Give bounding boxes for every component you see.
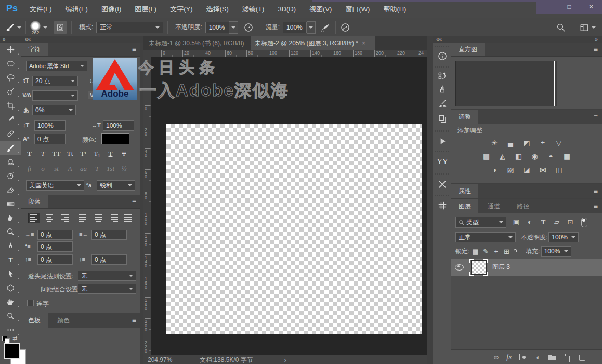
panel-menu-icon[interactable]: ≡ (132, 46, 136, 53)
dock-collapse-strip[interactable]: «« (21, 36, 145, 43)
move-tool[interactable] (0, 43, 21, 57)
minimize-button[interactable]: – (541, 3, 554, 10)
space-after-field[interactable]: 0 点 (91, 254, 127, 265)
info-panel-icon[interactable] (436, 49, 449, 63)
type-filter-icon[interactable]: T (538, 218, 549, 226)
lock-transparency-icon[interactable]: ▦ (472, 248, 479, 255)
tab-图层[interactable]: 图层 (451, 199, 478, 213)
gradient-tool[interactable] (0, 197, 21, 211)
panel-menu-icon[interactable]: ≡ (132, 198, 136, 205)
justify-last-center[interactable] (93, 213, 104, 223)
levels-icon[interactable]: ▄ (504, 137, 517, 149)
layer-visibility-cell[interactable] (451, 259, 467, 276)
mojikumi-dropdown[interactable]: 无 (78, 284, 136, 294)
style-button-2[interactable]: TT (51, 149, 62, 158)
tab-swatches[interactable]: 色板 (21, 313, 48, 328)
invert-icon[interactable]: ◑ (488, 164, 501, 176)
tab-character[interactable]: 字符 (21, 43, 48, 56)
align-right[interactable] (58, 213, 70, 223)
menu-视图(V)[interactable]: 视图(V) (303, 5, 338, 14)
menu-文件(F)[interactable]: 文件(F) (23, 5, 59, 14)
tab-paragraph[interactable]: 段落 (21, 195, 48, 208)
panel-menu-icon[interactable]: ≡ (594, 203, 598, 210)
justify-last-right[interactable] (108, 213, 120, 223)
layer-blend-dropdown[interactable]: 正常 (455, 232, 516, 242)
opentype-button-3[interactable]: A (64, 165, 75, 173)
workspace-switcher-icon[interactable] (580, 23, 589, 32)
strip-collapse[interactable]: «« (433, 36, 452, 43)
brush-settings-panel-icon[interactable] (436, 97, 449, 111)
layer-name[interactable]: 图层 3 (492, 263, 510, 272)
channel-mixer-icon[interactable]: ◓ (545, 151, 557, 162)
foreground-color-swatch[interactable] (4, 343, 20, 359)
kerning-field[interactable] (32, 90, 78, 101)
style-button-4[interactable]: T¹ (78, 149, 89, 158)
actions-panel-icon[interactable] (436, 134, 449, 148)
zoom-level-field[interactable]: 204.97% (148, 356, 200, 363)
clone-source-panel-icon[interactable] (436, 112, 449, 126)
indent-right-field[interactable]: 0 点 (91, 230, 127, 240)
panel-menu-icon[interactable]: ≡ (132, 317, 136, 324)
flow-field[interactable]: 100% (283, 22, 307, 33)
crop-tool[interactable] (0, 99, 21, 113)
space-before-field[interactable]: 0 点 (37, 254, 73, 265)
opentype-button-0[interactable]: fi (24, 165, 35, 173)
layer-thumbnail[interactable] (472, 261, 486, 274)
chevron-down-icon[interactable] (17, 26, 21, 29)
language-dropdown[interactable]: 美国英语 (26, 180, 84, 191)
selective-color-icon[interactable]: ◫ (553, 164, 565, 176)
style-button-7[interactable]: T (119, 149, 129, 158)
opentype-button-1[interactable]: o (37, 165, 48, 173)
photo-filter-icon[interactable]: ◉ (529, 151, 541, 162)
font-family-dropdown[interactable]: Adobe 黑体 Std (26, 61, 87, 71)
pen-tool[interactable] (0, 239, 21, 253)
toggle-brush-panel-button[interactable] (54, 21, 67, 34)
layer-filter-dropdown[interactable]: 类型 (455, 217, 506, 228)
justify-last-left[interactable] (77, 213, 89, 223)
horizontal-ruler[interactable]: 02040608010012014016018020022024 (151, 50, 427, 58)
align-left[interactable] (28, 213, 40, 223)
dodge-tool[interactable] (0, 225, 21, 239)
layer-fill-field[interactable]: 100% (541, 246, 571, 257)
lock-artboard-icon[interactable]: ⊞ (503, 248, 510, 255)
tab-properties[interactable]: 属性 (451, 184, 478, 198)
pen-pressure-size-icon[interactable] (340, 22, 350, 33)
link-layers-icon[interactable]: ∞ (494, 353, 499, 361)
patterns-panel-icon[interactable] (436, 199, 449, 212)
tab-adjustments[interactable]: 调整 (451, 110, 478, 124)
menu-3D(D)[interactable]: 3D(D) (271, 5, 303, 13)
document-tab-1[interactable]: 未标题-1 @ 30.5% (书 (6), RGB/8) *× (145, 36, 258, 50)
anti-alias-dropdown[interactable]: 锐利 (97, 180, 135, 191)
opentype-button-7[interactable]: ½ (119, 165, 129, 173)
menu-帮助(H)[interactable]: 帮助(H) (376, 5, 413, 14)
smart-object-filter-icon[interactable]: ⊡ (565, 218, 576, 226)
black-white-icon[interactable]: ◧ (513, 151, 525, 162)
tab-通道[interactable]: 通道 (480, 199, 507, 213)
hand-tool[interactable] (0, 295, 21, 309)
brush-tool[interactable] (0, 141, 21, 155)
delete-layer-icon[interactable] (579, 355, 585, 361)
chevron-down-icon[interactable] (592, 26, 596, 29)
new-group-icon[interactable] (548, 356, 556, 360)
opentype-button-4[interactable]: aa (78, 165, 89, 173)
canvas-transparent[interactable] (166, 124, 422, 334)
opentype-button-2[interactable]: st (51, 165, 62, 173)
flow-chevron[interactable] (307, 21, 316, 34)
swap-colors-icon[interactable]: ⇄ (12, 335, 17, 342)
new-adjustment-layer-icon[interactable]: ◐ (536, 353, 540, 361)
text-color-swatch[interactable] (101, 133, 129, 144)
style-button-3[interactable]: Tt (64, 149, 75, 158)
menu-窗口(W)[interactable]: 窗口(W) (338, 5, 376, 14)
style-button-5[interactable]: T₁ (91, 149, 102, 158)
add-layer-mask-icon[interactable] (519, 354, 528, 360)
justify-all[interactable] (123, 213, 135, 223)
menu-选择(S)[interactable]: 选择(S) (199, 5, 235, 14)
chevron-down-icon[interactable] (43, 26, 47, 29)
clone-stamp-tool[interactable] (0, 155, 21, 169)
menu-图像(I)[interactable]: 图像(I) (95, 5, 128, 14)
color-lookup-icon[interactable]: ▦ (561, 151, 573, 162)
horizontal-scale-field[interactable]: 100% (103, 120, 134, 131)
blend-mode-dropdown[interactable]: 正常 (96, 22, 163, 33)
brush-tool-preset-icon[interactable] (5, 23, 15, 32)
menu-文字(Y)[interactable]: 文字(Y) (163, 5, 199, 14)
